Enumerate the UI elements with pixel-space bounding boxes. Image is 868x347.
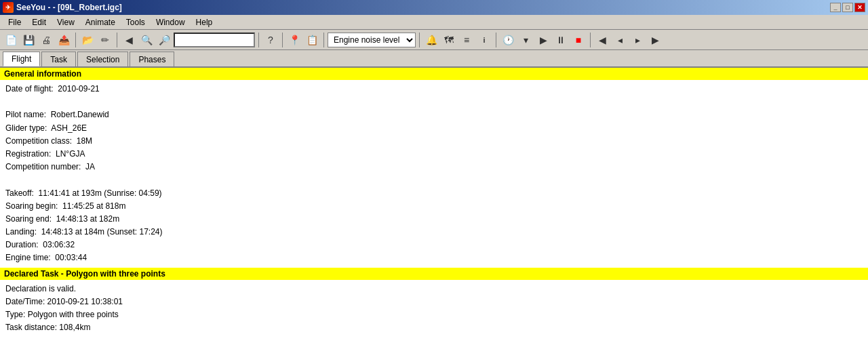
declared-task-header: Declared Task - Polygon with three point…: [0, 268, 868, 280]
edit-button[interactable]: ✏: [97, 32, 113, 48]
next-button[interactable]: ▸: [629, 32, 646, 48]
competition-number: Competition number: JA: [5, 161, 863, 174]
map-button[interactable]: 🗺: [441, 32, 457, 48]
tabs: Flight Task Selection Phases: [0, 50, 868, 68]
help-button[interactable]: ?: [262, 32, 279, 48]
general-info-header: General information: [0, 68, 868, 80]
export-button[interactable]: 📤: [56, 32, 72, 48]
soaring-begin: Soaring begin: 11:45:25 at 818m: [5, 200, 863, 213]
main-content[interactable]: General information Date of flight: 2010…: [0, 68, 868, 347]
zoom-out-button[interactable]: 🔎: [156, 32, 172, 48]
restore-button[interactable]: □: [842, 3, 853, 12]
toolbar-sep2: [117, 33, 117, 47]
minimize-button[interactable]: _: [830, 3, 841, 12]
task-button[interactable]: 📋: [304, 32, 320, 48]
registration: Registration: LN°GJA: [5, 148, 863, 161]
open-button[interactable]: 📂: [79, 32, 96, 48]
menu-help[interactable]: Help: [191, 16, 218, 28]
menu-tools[interactable]: Tools: [121, 16, 151, 28]
close-button[interactable]: ✕: [854, 3, 865, 12]
tab-task[interactable]: Task: [41, 52, 76, 66]
soaring-end: Soaring end: 14:48:13 at 182m: [5, 213, 863, 226]
window-title: SeeYou - - [09L_Robert.igc]: [16, 3, 122, 12]
print-button[interactable]: 🖨: [38, 32, 54, 48]
engine-time: Engine time: 00:03:44: [5, 251, 863, 264]
zoom-in-button[interactable]: 🔍: [138, 32, 155, 48]
date-of-flight: Date of flight: 2010-09-21: [5, 83, 863, 96]
competition-class: Competition class: 18M: [5, 135, 863, 148]
toolbar-sep1: [75, 33, 76, 47]
declared-task-block: Declaration is valid. Date/Time: 2010-09…: [0, 280, 868, 347]
layer-button[interactable]: ≡: [458, 32, 475, 48]
menu-edit[interactable]: Edit: [26, 16, 52, 28]
engine-noise-dropdown[interactable]: Engine noise level: [328, 33, 416, 47]
prev2-button[interactable]: ◂: [612, 32, 628, 48]
prev-button[interactable]: ◀: [594, 32, 610, 48]
menubar: File Edit View Animate Tools Window Help: [0, 15, 868, 30]
alarm-button[interactable]: 🔔: [423, 32, 439, 48]
toolbar-sep5: [323, 33, 324, 47]
new-button[interactable]: 📄: [3, 32, 19, 48]
general-info-block: Date of flight: 2010-09-21 Pilot name: R…: [0, 80, 868, 268]
declaration-valid: Declaration is valid.: [5, 283, 863, 295]
play-button[interactable]: ▶: [535, 32, 551, 48]
tab-flight[interactable]: Flight: [3, 52, 40, 66]
dropdown-btn[interactable]: ▾: [517, 32, 534, 48]
toolbar-sep7: [496, 33, 496, 47]
pilot-name: Pilot name: Robert.Danewid: [5, 108, 863, 121]
menu-animate[interactable]: Animate: [80, 16, 121, 28]
titlebar: ✈ SeeYou - - [09L_Robert.igc] _ □ ✕: [0, 0, 868, 15]
app-icon: ✈: [3, 2, 14, 13]
titlebar-left: ✈ SeeYou - - [09L_Robert.igc]: [3, 2, 122, 13]
duration: Duration: 03:06:32: [5, 239, 863, 251]
menu-window[interactable]: Window: [151, 16, 191, 28]
waypoint-button[interactable]: 📍: [286, 32, 302, 48]
type: Type: Polygon with three points: [5, 308, 863, 321]
titlebar-controls: _ □ ✕: [830, 3, 865, 12]
back-button[interactable]: ◀: [121, 32, 137, 48]
search-input[interactable]: [174, 33, 255, 47]
pause-button[interactable]: ⏸: [553, 32, 569, 48]
glider-type: Glider type: ASH_26E: [5, 122, 863, 135]
stop-button[interactable]: ■: [570, 32, 587, 48]
menu-file[interactable]: File: [3, 16, 26, 28]
landing: Landing: 14:48:13 at 184m (Sunset: 17:24…: [5, 226, 863, 239]
tab-phases[interactable]: Phases: [130, 52, 174, 66]
task-distance: Task distance: 108,4km: [5, 321, 863, 334]
tab-selection[interactable]: Selection: [77, 52, 128, 66]
toolbar-sep4: [282, 33, 283, 47]
toolbar: 📄 💾 🖨 📤 📂 ✏ ◀ 🔍 🔎 ? 📍 📋 Engine noise lev…: [0, 30, 868, 50]
info-button[interactable]: i: [476, 32, 492, 48]
datetime: Date/Time: 2010-09-21 10:38:01: [5, 295, 863, 308]
toolbar-sep8: [590, 33, 591, 47]
clock-button[interactable]: 🕐: [500, 32, 516, 48]
save-button[interactable]: 💾: [20, 32, 37, 48]
menu-view[interactable]: View: [52, 16, 80, 28]
toolbar-sep6: [419, 33, 420, 47]
next2-button[interactable]: ▶: [647, 32, 663, 48]
takeoff: Takeoff: 11:41:41 at 193m (Sunrise: 04:5…: [5, 187, 863, 200]
toolbar-sep3: [258, 33, 259, 47]
